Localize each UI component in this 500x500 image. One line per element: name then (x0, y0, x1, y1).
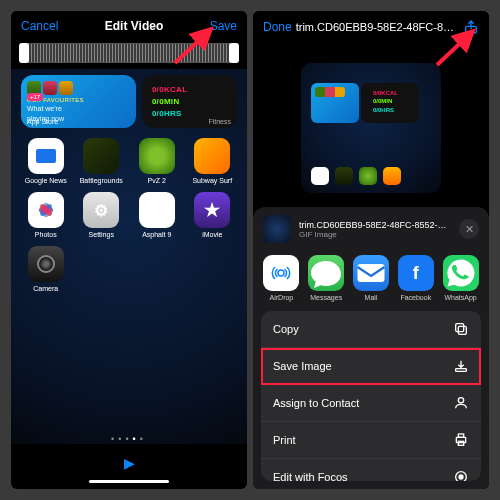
thumb-min: 0/0MIN (373, 97, 415, 105)
play-button[interactable]: ▶ (124, 455, 135, 471)
camera-icon (28, 246, 64, 282)
edit-header: Cancel Edit Video Save (11, 11, 247, 41)
widget-appstore: +17 OUR FAVOURITES What we're playing no… (21, 75, 136, 128)
share-label: Mail (365, 294, 378, 301)
imovie-icon (194, 192, 230, 228)
action-save-image-label: Save Image (273, 360, 332, 372)
contact-icon (453, 395, 469, 411)
app-label: Subway Surf (192, 177, 232, 184)
airdrop-icon (263, 255, 299, 291)
share-sheet-screen: Done trim.CD60EBB9-58E2-48FC-855… 0/0KCA… (253, 11, 489, 489)
page-dots[interactable]: ••••• (21, 434, 237, 444)
battle-icon (83, 138, 119, 174)
action-assign-label: Assign to Contact (273, 397, 359, 409)
home-indicator[interactable] (89, 480, 169, 483)
share-label: Facebook (400, 294, 431, 301)
subway-icon (194, 138, 230, 174)
gnews-icon (28, 138, 64, 174)
svg-point-19 (459, 475, 463, 479)
action-focos-label: Edit with Focos (273, 471, 348, 481)
share-msg[interactable]: Messages (308, 255, 345, 301)
share-mail[interactable]: Mail (353, 255, 390, 301)
share-label: WhatsApp (444, 294, 476, 301)
app-label: iMovie (202, 231, 222, 238)
share-apps-row[interactable]: AirDropMessagesMailfFacebookWhatsApp (253, 251, 489, 311)
action-assign-contact[interactable]: Assign to Contact (261, 385, 481, 422)
wa-icon (443, 255, 479, 291)
play-bar: ▶ (11, 444, 247, 480)
app-label: Photos (35, 231, 57, 238)
thumb-kcal: 0/0KCAL (373, 89, 415, 97)
fitness-min: 0/0MIN (152, 97, 231, 106)
fitness-hrs: 0/0HRS (152, 109, 231, 118)
svg-point-9 (278, 270, 284, 276)
pvz-icon (139, 138, 175, 174)
app-imovie[interactable]: iMovie (188, 192, 238, 238)
svg-rect-12 (456, 324, 464, 332)
fitness-kcal: 0/0KCAL (152, 85, 231, 94)
app-grid: Google NewsBattlegroundsPvZ 2Subway Surf… (21, 138, 237, 292)
fb-icon: f (398, 255, 434, 291)
video-preview-homescreen: +17 OUR FAVOURITES What we're playing no… (11, 69, 247, 444)
save-button[interactable]: Save (210, 19, 237, 33)
share-airdrop[interactable]: AirDrop (263, 255, 300, 301)
app-label: Settings (89, 231, 114, 238)
share-wa[interactable]: WhatsApp (442, 255, 479, 301)
close-button[interactable]: ✕ (459, 219, 479, 239)
sheet-subtitle: GIF Image (299, 230, 451, 239)
share-sheet: trim.CD60EBB9-58E2-48FC-8552-7… GIF Imag… (253, 207, 489, 489)
focos-icon (453, 469, 469, 481)
edit-video-screen: Cancel Edit Video Save +17 OUR FAVOURITE… (11, 11, 247, 489)
svg-rect-10 (357, 264, 384, 282)
settings-icon: ⚙︎ (83, 192, 119, 228)
mail-icon (353, 255, 389, 291)
action-copy-label: Copy (273, 323, 299, 335)
sheet-filename: trim.CD60EBB9-58E2-48FC-8552-7… (299, 220, 451, 230)
gif-thumb-icon (263, 215, 291, 243)
action-copy[interactable]: Copy (261, 311, 481, 348)
app-label: Google News (25, 177, 67, 184)
app-battle[interactable]: Battlegrounds (77, 138, 127, 184)
app-label: Asphalt 9 (142, 231, 171, 238)
widget-line1: What we're (27, 105, 130, 113)
filename-title: trim.CD60EBB9-58E2-48FC-855… (292, 21, 463, 33)
share-icon[interactable] (463, 19, 479, 35)
share-label: Messages (310, 294, 342, 301)
msg-icon (308, 255, 344, 291)
svg-rect-13 (456, 369, 467, 372)
app-photos[interactable]: Photos (21, 192, 71, 238)
asphalt-icon: 9 (139, 192, 175, 228)
share-header: Done trim.CD60EBB9-58E2-48FC-855… (253, 11, 489, 43)
app-camera[interactable]: Camera (21, 246, 71, 292)
action-edit-focos[interactable]: Edit with Focos (261, 459, 481, 481)
page-title: Edit Video (105, 19, 163, 33)
app-label: PvZ 2 (148, 177, 166, 184)
gif-preview: 0/0KCAL 0/0MIN 0/0HRS (253, 43, 489, 213)
done-button[interactable]: Done (263, 20, 292, 34)
svg-rect-17 (458, 441, 463, 445)
share-label: AirDrop (270, 294, 294, 301)
svg-rect-16 (458, 434, 463, 437)
share-fb[interactable]: fFacebook (397, 255, 434, 301)
photos-icon (28, 192, 64, 228)
action-save-image[interactable]: Save Image (261, 348, 481, 385)
thumb-hrs: 0/0HRS (373, 106, 415, 114)
app-settings[interactable]: ⚙︎Settings (77, 192, 127, 238)
app-label: Battlegrounds (80, 177, 123, 184)
app-subway[interactable]: Subway Surf (188, 138, 238, 184)
widget-appstore-label: App Store (27, 118, 58, 125)
app-label: Camera (33, 285, 58, 292)
app-asphalt[interactable]: 9Asphalt 9 (132, 192, 182, 238)
app-pvz[interactable]: PvZ 2 (132, 138, 182, 184)
app-gnews[interactable]: Google News (21, 138, 71, 184)
svg-rect-11 (458, 326, 466, 334)
cancel-button[interactable]: Cancel (21, 19, 58, 33)
svg-point-14 (458, 398, 463, 403)
video-trim-scrubber[interactable] (19, 43, 239, 63)
action-print-label: Print (273, 434, 296, 446)
copy-icon (453, 321, 469, 337)
download-icon (453, 358, 469, 374)
bonus-badge: +17 (27, 93, 43, 101)
action-print[interactable]: Print (261, 422, 481, 459)
print-icon (453, 432, 469, 448)
